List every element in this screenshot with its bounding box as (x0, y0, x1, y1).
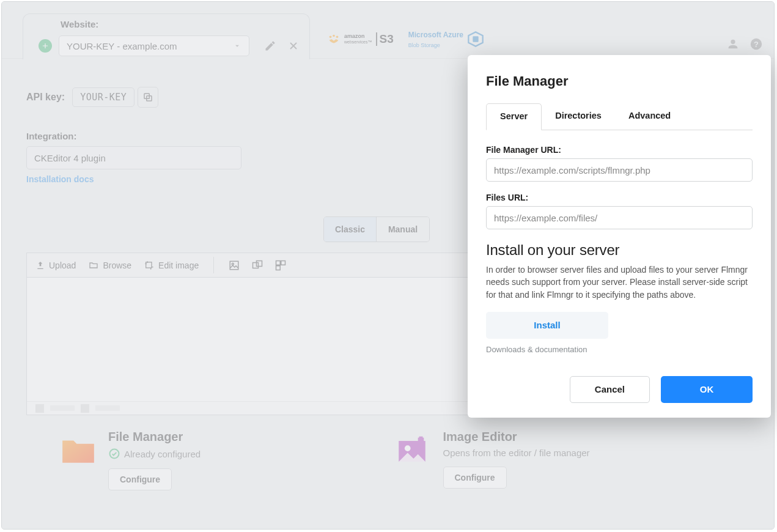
upload-label: Upload (49, 260, 76, 270)
copy-icon (142, 92, 153, 103)
image-icon (229, 260, 240, 271)
svg-point-1 (333, 35, 335, 37)
image-editor-illustration (394, 434, 432, 467)
svg-point-11 (232, 263, 234, 265)
edit-website-button[interactable] (261, 37, 279, 55)
ie-configure-button[interactable]: Configure (443, 467, 507, 489)
file-manager-card: File Manager Already configured Configur… (26, 430, 388, 490)
upload-button[interactable]: Upload (35, 260, 76, 270)
website-select-value: YOUR-KEY - example.com (67, 41, 177, 51)
gallery-icon (252, 260, 263, 271)
cancel-button[interactable]: Cancel (570, 376, 650, 403)
svg-point-0 (330, 36, 332, 39)
ie-card-title: Image Editor (443, 430, 590, 444)
fm-url-input[interactable] (486, 158, 753, 182)
website-select[interactable]: YOUR-KEY - example.com (59, 35, 249, 56)
image-editor-card: Image Editor Opens from the editor / fil… (388, 430, 750, 490)
person-icon (726, 37, 740, 51)
crop-icon (144, 260, 155, 270)
files-url-input[interactable] (486, 206, 753, 229)
account-button[interactable] (726, 37, 740, 51)
edit-image-label: Edit image (158, 260, 199, 270)
help-icon: ? (749, 37, 763, 51)
downloads-docs-link[interactable]: Downloads & documentation (486, 345, 753, 354)
integration-select[interactable]: CKEditor 4 plugin (26, 146, 241, 169)
svg-rect-15 (281, 260, 285, 265)
ie-card-status: Opens from the editor / file manager (443, 448, 590, 458)
chevron-down-icon (233, 42, 241, 50)
api-key-label: API key: (26, 92, 65, 103)
files-url-label: Files URL: (486, 193, 753, 202)
svg-point-19 (404, 445, 410, 451)
svg-rect-9 (146, 262, 152, 267)
mode-manual[interactable]: Manual (377, 217, 429, 242)
install-paragraph: In order to browser server files and upl… (486, 264, 753, 301)
svg-text:?: ? (754, 40, 759, 49)
browse-label: Browse (103, 260, 131, 270)
copy-api-key-button[interactable] (138, 87, 158, 108)
tab-directories[interactable]: Directories (542, 103, 615, 130)
svg-rect-13 (257, 260, 262, 266)
tab-advanced[interactable]: Advanced (615, 103, 684, 130)
install-heading: Install on your server (486, 242, 753, 259)
fm-card-status: Already configured (124, 449, 201, 459)
pencil-icon (264, 40, 276, 52)
svg-point-2 (336, 36, 339, 39)
modal-title: File Manager (486, 73, 753, 89)
svg-rect-14 (276, 260, 281, 265)
help-button[interactable]: ? (749, 37, 763, 51)
fm-card-title: File Manager (108, 430, 201, 444)
toolbar-separator (213, 257, 214, 273)
aws-s3-logo: amazonwebservices™ S3 (326, 32, 394, 46)
header-bar: Website: YOUR-KEY - example.com amazonwe… (2, 2, 774, 59)
upload-icon (35, 260, 45, 270)
svg-rect-16 (276, 265, 281, 270)
browse-button[interactable]: Browse (88, 260, 131, 270)
images-button[interactable] (275, 260, 286, 271)
svg-rect-10 (230, 261, 238, 270)
check-circle-icon (108, 448, 120, 460)
cloud-logos: amazonwebservices™ S3 Microsoft AzureBlo… (326, 29, 484, 49)
fm-configure-button[interactable]: Configure (108, 468, 172, 490)
website-label: Website: (61, 19, 98, 29)
gallery-button[interactable] (252, 260, 263, 271)
svg-rect-4 (473, 36, 478, 42)
folder-illustration (59, 434, 97, 467)
mode-toggle: Classic Manual (323, 216, 430, 242)
azure-blob-logo: Microsoft AzureBlob Storage (408, 29, 484, 49)
close-tab-button[interactable] (284, 37, 303, 55)
add-website-button[interactable] (39, 39, 52, 53)
images-icon (275, 260, 286, 271)
fm-url-label: File Manager URL: (486, 145, 753, 155)
modal-tabs: Server Directories Advanced (486, 103, 753, 130)
file-manager-modal: File Manager Server Directories Advanced… (468, 55, 771, 418)
ok-button[interactable]: OK (661, 376, 753, 403)
folder-icon (88, 260, 99, 270)
image-button[interactable] (229, 260, 240, 271)
close-icon (288, 40, 299, 51)
tab-server[interactable]: Server (486, 103, 542, 130)
install-button[interactable]: Install (486, 312, 608, 339)
svg-rect-12 (253, 262, 259, 268)
integration-value: CKEditor 4 plugin (34, 153, 106, 163)
mode-classic[interactable]: Classic (324, 217, 377, 242)
api-key-value: YOUR-KEY (72, 87, 134, 107)
edit-image-button[interactable]: Edit image (144, 260, 199, 270)
